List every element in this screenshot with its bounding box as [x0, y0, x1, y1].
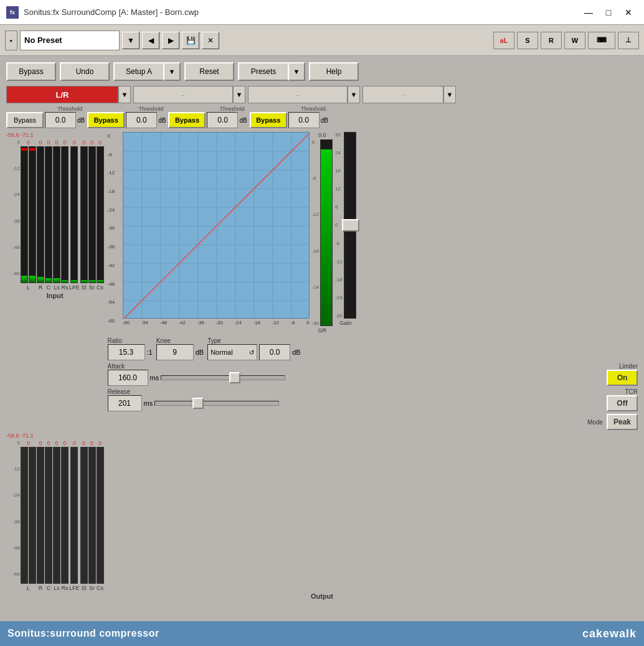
release-slider-track[interactable] — [154, 401, 279, 406]
toolbar-left-btn[interactable]: ▪ — [5, 30, 17, 50]
presets-button[interactable]: Presets — [238, 62, 288, 81]
channel-1-selector[interactable]: L/R — [6, 86, 118, 103]
channel-3-dropdown[interactable]: ▼ — [348, 86, 360, 103]
threshold-val-2[interactable]: 0.0 — [126, 112, 157, 128]
attack-val-box[interactable]: 160.0 — [108, 370, 148, 386]
limiter-label: Limiter — [607, 363, 638, 370]
channel-2-dropdown[interactable]: ▼ — [233, 86, 245, 103]
input-LFE-strip: 0 LFE — [69, 139, 80, 291]
channel-1-dropdown[interactable]: ▼ — [118, 86, 131, 103]
meters-graph-section: -58.6 -71.1 0 -12 -24 -36 -48 -60 0 — [6, 132, 638, 430]
input-R-meter — [29, 146, 36, 283]
input-peak-reading: -58.6 -71.1 — [6, 132, 104, 138]
input-C-meter — [45, 146, 52, 283]
comp-graph — [123, 132, 310, 319]
al-button[interactable]: aL — [493, 32, 514, 49]
keyboard-button[interactable]: ⌨ — [588, 32, 615, 49]
attack-slider-track[interactable] — [161, 375, 285, 380]
reset-button[interactable]: Reset — [184, 62, 234, 81]
setup-button[interactable]: Setup A — [113, 62, 163, 81]
output-R-meter — [29, 447, 36, 584]
type-dropdown[interactable]: Normal ↺ — [207, 344, 257, 360]
bottom-bar: Sonitus:surround compressor cakewalk — [0, 621, 644, 646]
release-param: Release 201 ms — [108, 388, 280, 411]
bypass-2-btn[interactable]: Bypass — [87, 112, 125, 128]
mode-toggle[interactable]: Peak — [607, 414, 638, 430]
gain-slider-thumb[interactable] — [342, 219, 359, 232]
params-row-4: Mode Peak — [108, 414, 638, 430]
tcr-param: TCR Off — [607, 388, 638, 411]
output-Sl-meter — [80, 447, 88, 584]
r-button[interactable]: R — [541, 32, 562, 49]
presets-dropdown[interactable]: ▼ — [288, 62, 305, 81]
setup-group: Setup A ▼ — [113, 62, 181, 81]
close-button[interactable]: ✕ — [619, 4, 638, 21]
help-button[interactable]: Help — [309, 62, 359, 81]
input-Sl-meter — [80, 146, 88, 283]
graph-x-labels: -60 -54 -48 -42 -36 -30 -24 -18 -12 -6 0 — [123, 320, 310, 325]
threshold-group-3: Threshold Bypass 0.0 dB — [168, 106, 247, 128]
window-title: Sonitus:fx SurroundComp [A: Master] - Bo… — [24, 7, 578, 17]
preset-close-btn[interactable]: ✕ — [202, 32, 219, 49]
release-slider-thumb[interactable] — [192, 398, 204, 409]
output-Rs-meter — [61, 447, 69, 584]
release-val-box[interactable]: 201 — [108, 395, 142, 411]
svg-line-18 — [123, 133, 310, 319]
input-R-strip: 0 R — [37, 139, 44, 291]
output-Ls-meter — [53, 447, 60, 584]
output-C-strip: 0 C — [45, 440, 52, 591]
pin-button[interactable]: ⊥ — [618, 32, 639, 49]
type-extra-val[interactable]: 0.0 — [259, 344, 290, 360]
threshold-group-2: Threshold Bypass 0.0 dB — [87, 106, 166, 128]
attack-slider-thumb[interactable] — [229, 372, 240, 383]
channel-4-selector[interactable]: – — [362, 86, 443, 103]
attack-unit: ms — [150, 374, 159, 382]
channel-3-selector[interactable]: – — [248, 86, 348, 103]
threshold-val-4[interactable]: 0.0 — [288, 112, 320, 128]
undo-button[interactable]: Undo — [60, 62, 110, 81]
output-meters: 0 -12 -24 -36 -48 -60 0 L — [6, 440, 638, 591]
output-R-strip: 0 R — [37, 440, 44, 591]
gain-label: Gain — [339, 320, 351, 326]
threshold-val-3[interactable]: 0.0 — [207, 112, 238, 128]
setup-dropdown[interactable]: ▼ — [163, 62, 181, 81]
input-R-peak — [29, 148, 36, 151]
preset-next-btn[interactable]: ▶ — [162, 32, 179, 49]
limiter-toggle[interactable]: On — [607, 370, 638, 386]
input-L-fill — [21, 276, 27, 283]
bypass-button[interactable]: Bypass — [6, 62, 56, 81]
input-Rs-meter — [61, 146, 69, 283]
threshold-unit-4: dB — [321, 117, 328, 124]
input-scale: 0 -12 -24 -36 -48 -60 — [6, 139, 20, 276]
knee-unit: dB — [196, 349, 204, 356]
ratio-label: Ratio — [108, 337, 153, 344]
maximize-button[interactable]: □ — [599, 4, 618, 21]
threshold-val-1[interactable]: 0.0 — [45, 112, 76, 128]
output-label: Output — [6, 592, 638, 600]
tcr-toggle[interactable]: Off — [607, 395, 638, 411]
limiter-param: Limiter On — [607, 363, 638, 386]
gr-meter-container: 0 -6 -12 -18 -24 -30 — [312, 139, 333, 326]
preset-save-btn[interactable]: 💾 — [182, 32, 199, 49]
preset-prev-btn[interactable]: ◀ — [142, 32, 159, 49]
channel-2-group: – ▼ — [133, 86, 245, 103]
preset-dropdown-btn[interactable]: ▼ — [122, 32, 140, 49]
bypass-1-btn[interactable]: Bypass — [6, 112, 44, 128]
threshold-unit-1: dB — [77, 117, 85, 124]
s-button[interactable]: S — [517, 32, 538, 49]
ratio-val-box[interactable]: 15.3 — [108, 344, 145, 360]
w-button[interactable]: W — [564, 32, 585, 49]
bypass-4-btn[interactable]: Bypass — [250, 112, 287, 128]
knee-label: Knee — [156, 337, 204, 344]
output-Cs-meter — [97, 447, 104, 584]
channel-4-dropdown[interactable]: ▼ — [443, 86, 456, 103]
minimize-button[interactable]: — — [579, 4, 598, 21]
presets-group: Presets ▼ — [238, 62, 305, 81]
input-C-strip: 0 C — [45, 139, 52, 291]
graph-row: 0 -6 -12 -18 -24 -30 -36 -42 -48 -54 -60 — [108, 132, 638, 334]
knee-val-box[interactable]: 9 — [156, 344, 194, 360]
bypass-3-btn[interactable]: Bypass — [168, 112, 206, 128]
channel-2-selector[interactable]: – — [133, 86, 233, 103]
footer-title: Sonitus:surround compressor — [7, 628, 159, 639]
output-C-meter — [45, 447, 52, 584]
